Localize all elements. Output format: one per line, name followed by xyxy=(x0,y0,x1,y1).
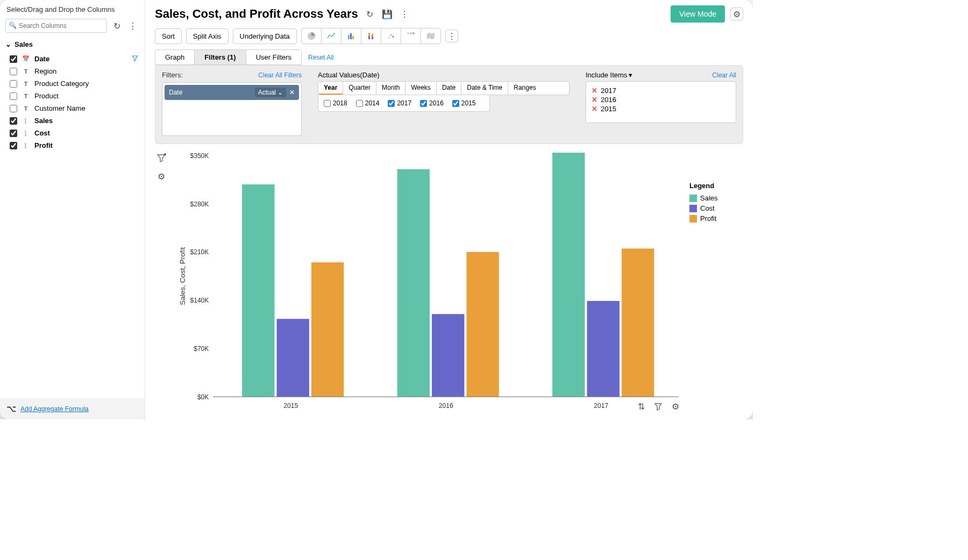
caret-down-icon: ▾ xyxy=(629,71,632,79)
sidebar-footer: ⌥ Add Aggregate Formula xyxy=(0,398,145,419)
column-checkbox[interactable] xyxy=(10,130,17,137)
bar-cost-2017[interactable] xyxy=(587,301,620,397)
map-chart-icon[interactable] xyxy=(421,28,440,44)
column-checkbox[interactable] xyxy=(10,105,17,112)
bar-profit-2015[interactable] xyxy=(311,262,344,397)
page-title: Sales, Cost, and Profit Across Years xyxy=(155,7,358,21)
legend-title: Legend xyxy=(689,182,743,190)
range-tab-weeks[interactable]: Weeks xyxy=(405,82,436,95)
legend-item-cost[interactable]: Cost xyxy=(689,203,743,213)
range-tab-date-time[interactable]: Date & Time xyxy=(461,82,508,95)
chart-body: $0K$70K$140K$210K$280K$350KSales, Cost, … xyxy=(175,149,684,415)
chart-gear-icon[interactable]: ⚙ xyxy=(669,400,682,413)
gear-icon[interactable]: ⚙ xyxy=(730,8,743,20)
column-checkbox[interactable] xyxy=(10,117,17,125)
column-item-profit[interactable]: ⦚ Profit xyxy=(0,139,145,152)
refresh-chart-icon[interactable]: ↻ xyxy=(364,8,376,20)
column-item-customer-name[interactable]: T Customer Name xyxy=(0,102,145,114)
column-item-date[interactable]: 📅 Date xyxy=(0,53,145,65)
toolbar-more-icon[interactable]: ⋮ xyxy=(445,30,458,42)
column-checkbox[interactable] xyxy=(10,55,17,63)
legend-item-sales[interactable]: Sales xyxy=(689,193,743,203)
svg-rect-12 xyxy=(410,32,412,34)
year-check-2018[interactable]: 2018 xyxy=(324,99,347,107)
tab-graph[interactable]: Graph xyxy=(155,50,195,64)
clear-all-include-link[interactable]: Clear All xyxy=(712,71,736,79)
group-header[interactable]: ⌄ Sales xyxy=(0,37,145,52)
bar-sales-2015[interactable] xyxy=(242,184,274,397)
view-mode-button[interactable]: View Mode xyxy=(671,5,725,23)
add-filter-icon[interactable]: + xyxy=(155,152,168,164)
remove-include-icon[interactable]: ✕ xyxy=(592,87,597,95)
range-tab-date[interactable]: Date xyxy=(437,82,461,95)
svg-rect-5 xyxy=(368,36,370,39)
column-item-region[interactable]: T Region xyxy=(0,65,145,77)
include-items-dropdown[interactable]: Include Items ▾ xyxy=(586,71,632,79)
chart-settings-icon[interactable]: ⚙ xyxy=(155,170,168,183)
filter-pill-date[interactable]: Date Actual ⌄ ✕ xyxy=(165,85,299,100)
column-item-cost[interactable]: ⦚ Cost xyxy=(0,127,145,139)
pie-chart-icon[interactable] xyxy=(302,28,322,44)
bar-profit-2016[interactable] xyxy=(466,252,499,397)
year-check-2014[interactable]: 2014 xyxy=(356,99,380,107)
tab-user-filters[interactable]: User Filters xyxy=(246,50,301,64)
filters-panel: Filters: Clear All Filters Date Actual ⌄… xyxy=(155,65,743,144)
more-icon[interactable]: ⋮ xyxy=(126,19,139,32)
bar-chart-icon[interactable] xyxy=(341,28,361,44)
column-checkbox[interactable] xyxy=(10,142,17,149)
split-axis-button[interactable]: Split Axis xyxy=(186,28,229,44)
bar-sales-2016[interactable] xyxy=(397,169,430,397)
svg-text:$350K: $350K xyxy=(190,151,209,160)
stacked-bar-icon[interactable] xyxy=(361,28,381,44)
scatter-chart-icon[interactable] xyxy=(381,28,401,44)
bar-cost-2016[interactable] xyxy=(432,314,464,397)
year-check-2017[interactable]: 2017 xyxy=(388,99,411,107)
bar-cost-2015[interactable] xyxy=(277,319,309,397)
column-label: Cost xyxy=(34,129,50,137)
search-input[interactable] xyxy=(5,19,107,33)
remove-filter-icon[interactable]: ✕ xyxy=(289,89,295,96)
bar-sales-2017[interactable] xyxy=(552,153,585,397)
column-checkbox[interactable] xyxy=(10,80,17,88)
column-label: Date xyxy=(34,55,49,63)
svg-rect-7 xyxy=(372,37,373,39)
underlying-data-button[interactable]: Underlying Data xyxy=(233,28,297,44)
line-chart-icon[interactable] xyxy=(322,28,341,44)
sidebar-header: Select/Drag and Drop the Columns xyxy=(0,0,145,17)
column-label: Product Category xyxy=(34,80,89,88)
title-more-icon[interactable]: ⋮ xyxy=(398,8,411,20)
column-item-sales[interactable]: ⦚ Sales xyxy=(0,114,145,127)
svg-text:2017: 2017 xyxy=(594,401,608,410)
year-check-2016[interactable]: 2016 xyxy=(420,99,444,107)
measure-type-icon: ⦚ xyxy=(22,142,30,149)
sort-button[interactable]: Sort xyxy=(155,28,182,44)
pill-mode-dropdown[interactable]: Actual ⌄ xyxy=(255,88,286,97)
year-check-2015[interactable]: 2015 xyxy=(452,99,476,107)
range-tab-ranges[interactable]: Ranges xyxy=(508,82,541,95)
svg-rect-11 xyxy=(407,32,409,34)
range-tab-month[interactable]: Month xyxy=(376,82,405,95)
column-label: Region xyxy=(34,67,56,75)
reset-all-link[interactable]: Reset All xyxy=(308,54,333,61)
save-icon[interactable]: 💾 xyxy=(381,8,394,20)
remove-include-icon[interactable]: ✕ xyxy=(592,96,597,104)
range-tab-quarter[interactable]: Quarter xyxy=(343,82,376,95)
column-checkbox[interactable] xyxy=(10,92,17,100)
refresh-icon[interactable]: ↻ xyxy=(110,19,123,32)
tab-filters[interactable]: Filters (1) xyxy=(195,50,246,64)
filter-chart-icon[interactable] xyxy=(652,400,665,413)
column-item-product-category[interactable]: T Product Category xyxy=(0,77,145,90)
svg-text:$0K: $0K xyxy=(197,392,209,401)
column-item-product[interactable]: T Product xyxy=(0,90,145,102)
column-checkbox[interactable] xyxy=(10,68,17,75)
svg-rect-1 xyxy=(348,35,350,39)
heatmap-icon[interactable] xyxy=(401,28,421,44)
add-aggregate-link[interactable]: Add Aggregate Formula xyxy=(20,405,89,413)
legend-item-profit[interactable]: Profit xyxy=(689,213,743,224)
date-type-icon: 📅 xyxy=(22,55,30,62)
sort-chart-icon[interactable]: ⇅ xyxy=(635,400,647,413)
remove-include-icon[interactable]: ✕ xyxy=(592,105,597,113)
range-tab-year[interactable]: Year xyxy=(318,82,343,95)
clear-all-filters-link[interactable]: Clear All Filters xyxy=(258,71,302,79)
bar-profit-2017[interactable] xyxy=(622,248,654,397)
